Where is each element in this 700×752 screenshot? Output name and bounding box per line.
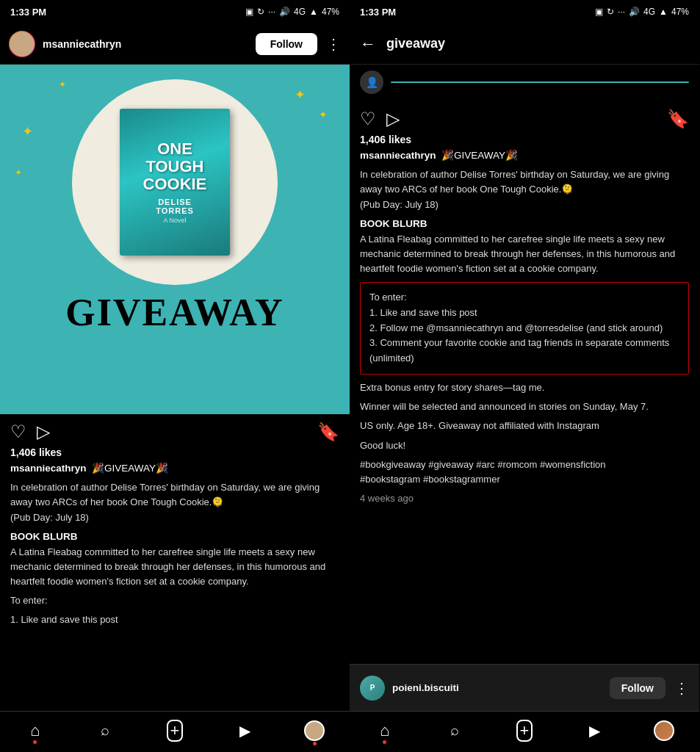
book-title: ONETOUGHCOOKIE xyxy=(143,140,207,194)
nav-reels-right[interactable]: ▶ xyxy=(577,713,612,748)
comment-row: P poieni.biscuiti Follow ⋮ xyxy=(350,664,699,711)
notification-icon-r: ▣ xyxy=(595,7,603,17)
bottom-nav-left: ⌂ ⌕ + ▶ xyxy=(0,711,350,752)
share-icon-right[interactable]: ▷ xyxy=(386,109,400,129)
nav-profile-left[interactable] xyxy=(297,713,332,748)
home-dot-right xyxy=(383,740,386,744)
star-decoration-3: ✦ xyxy=(59,79,66,90)
search-icon-left: ⌕ xyxy=(101,722,109,739)
comment-more-icon[interactable]: ⋮ xyxy=(674,679,689,697)
star-decoration-1: ✦ xyxy=(295,87,306,103)
profile-dot-left xyxy=(313,742,317,745)
book-author: DELISETORRES xyxy=(156,198,194,215)
post-image-inner: ✦ ✦ ✦ ✦ ✦ ONETOUGHCOOKIE DELISETORRES A … xyxy=(0,65,350,414)
back-arrow-icon[interactable]: ← xyxy=(360,35,376,54)
profile-avatar-left xyxy=(304,720,325,741)
post-actions-left: ♡ ▷ 🔖 xyxy=(0,414,350,446)
left-phone-panel: 1:33 PM ▣ ↻ ··· 🔊 4G ▲ 47% msanniecathry… xyxy=(0,0,350,752)
caption-right: msanniecathryn 🎉GIVEAWAY🎉 xyxy=(360,148,689,163)
star-decoration-2: ✦ xyxy=(319,109,328,120)
nav-add-left[interactable]: + xyxy=(157,713,192,748)
post-image-left: ✦ ✦ ✦ ✦ ✦ ONETOUGHCOOKIE DELISETORRES A … xyxy=(0,65,350,414)
search-icon-right-nav: ⌕ xyxy=(450,722,459,739)
entry-box-text: To enter:1. Like and save this post2. Fo… xyxy=(369,292,669,364)
likes-count-left: 1,406 likes xyxy=(10,446,339,458)
signal-icon: ▲ xyxy=(309,7,318,17)
nav-reels-left[interactable]: ▶ xyxy=(227,713,262,748)
bonus-text: Extra bonus entry for story shares—tag m… xyxy=(360,380,689,395)
giveaway-text-image: GIVEAWAY xyxy=(65,291,284,334)
signal-icon-r: ▲ xyxy=(659,7,668,17)
user-avatar[interactable] xyxy=(9,31,35,57)
person-icon: 👤 xyxy=(366,76,378,88)
caption-emoji-right: 🎉GIVEAWAY🎉 xyxy=(441,150,518,161)
right-post-content: ♡ ▷ 🔖 1,406 likes msanniecathryn 🎉GIVEAW… xyxy=(350,100,699,664)
status-icons-left: ▣ ↻ ··· 🔊 4G ▲ 47% xyxy=(245,7,339,17)
search-bar-area: 👤 xyxy=(350,65,699,100)
home-dot-left xyxy=(33,740,37,744)
share-icon[interactable]: ▷ xyxy=(37,422,50,442)
status-time-right: 1:33 PM xyxy=(360,7,396,18)
post-actions-right: ♡ ▷ 🔖 xyxy=(360,104,689,134)
likes-count-right: 1,406 likes xyxy=(360,134,689,145)
star-decoration-5: ✦ xyxy=(15,167,22,178)
to-enter-label-left: To enter: xyxy=(10,593,339,608)
caption-left: msanniecathryn 🎉GIVEAWAY🎉 xyxy=(10,461,339,476)
right-phone-panel: 1:33 PM ▣ ↻ ··· 🔊 4G ▲ 47% ← giveaway 👤 … xyxy=(350,0,699,752)
caption-username-left[interactable]: msanniecathryn xyxy=(10,463,87,474)
luck-text: Good luck! xyxy=(360,438,689,453)
nav-profile-right[interactable] xyxy=(646,713,682,748)
hashtags-text: #bookgiveaway #giveaway #arc #romcom #wo… xyxy=(360,458,689,487)
search-circle-icon[interactable]: 👤 xyxy=(360,70,383,94)
book-cover: ONETOUGHCOOKIE DELISETORRES A Novel xyxy=(120,109,230,256)
status-time-left: 1:33 PM xyxy=(10,7,46,18)
network-icon-r: 4G xyxy=(643,7,655,17)
post-content-left: 1,406 likes msanniecathryn 🎉GIVEAWAY🎉 In… xyxy=(0,446,350,711)
battery-label-r: 47% xyxy=(671,7,689,17)
more-options-icon[interactable]: ⋮ xyxy=(326,35,341,53)
network-icon: 4G xyxy=(294,7,306,17)
search-title: giveaway xyxy=(386,36,445,51)
commenter-username[interactable]: poieni.biscuiti xyxy=(392,682,610,693)
post-nav-bar: msanniecathryn Follow ⋮ xyxy=(0,24,350,65)
bottom-nav-right: ⌂ ⌕ + ▶ xyxy=(350,711,699,752)
commenter-avatar-letter: P xyxy=(370,684,375,692)
caption-emoji-left: 🎉GIVEAWAY🎉 xyxy=(92,463,168,474)
follow-button-left[interactable]: Follow xyxy=(256,33,317,55)
nav-search-right[interactable]: ⌕ xyxy=(437,713,472,748)
dots-icon: ··· xyxy=(268,7,275,17)
home-icon-left: ⌂ xyxy=(30,721,40,740)
book-circle: ONETOUGHCOOKIE DELISETORRES A Novel xyxy=(72,79,278,285)
reels-icon-right: ▶ xyxy=(589,722,600,740)
para2-right: A Latina Fleabag committed to her carefr… xyxy=(360,232,689,276)
refresh-icon: ↻ xyxy=(257,7,264,17)
nav-search-left[interactable]: ⌕ xyxy=(87,713,123,748)
post-username: msanniecathryn xyxy=(43,38,256,50)
star-decoration-4: ✦ xyxy=(22,123,33,140)
status-bar-right: 1:33 PM ▣ ↻ ··· 🔊 4G ▲ 47% xyxy=(350,0,699,24)
nav-home-right[interactable]: ⌂ xyxy=(367,713,403,748)
nav-add-right[interactable]: + xyxy=(507,713,542,748)
caption-username-right[interactable]: msanniecathryn xyxy=(360,150,436,161)
winner-text: Winner will be selected and announced in… xyxy=(360,400,689,414)
section-header-right: BOOK BLURB xyxy=(360,218,689,229)
refresh-icon-r: ↻ xyxy=(607,7,614,17)
book-subtitle: A Novel xyxy=(163,217,186,224)
para2-left: A Latina Fleabag committed to her carefr… xyxy=(10,545,339,589)
add-icon-left: + xyxy=(167,720,184,742)
entry-requirements-box: To enter:1. Like and save this post2. Fo… xyxy=(360,282,689,375)
volume-icon: 🔊 xyxy=(279,7,290,17)
notification-icon: ▣ xyxy=(245,7,253,17)
status-bar-left: 1:33 PM ▣ ↻ ··· 🔊 4G ▲ 47% xyxy=(0,0,350,24)
nav-home-left[interactable]: ⌂ xyxy=(18,713,53,748)
legal-text: US only. Age 18+. Giveaway not affiliate… xyxy=(360,419,689,433)
time-ago: 4 weeks ago xyxy=(360,491,689,506)
like-icon[interactable]: ♡ xyxy=(10,422,26,442)
follow-button-right[interactable]: Follow xyxy=(610,677,665,699)
section-header-left: BOOK BLURB xyxy=(10,531,339,542)
like-icon-right[interactable]: ♡ xyxy=(360,109,376,129)
bookmark-icon[interactable]: 🔖 xyxy=(317,422,339,442)
bookmark-icon-right[interactable]: 🔖 xyxy=(667,109,689,129)
entry1-left: 1. Like and save this post xyxy=(10,612,339,627)
para1-left: In celebration of author Delise Torres' … xyxy=(10,480,339,524)
